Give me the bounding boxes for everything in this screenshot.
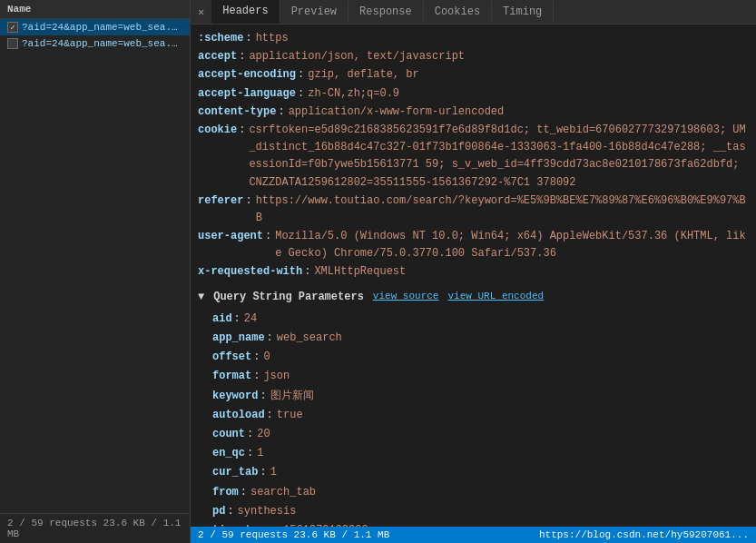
header-colon: : [304,263,310,281]
view-source-link[interactable]: view source [373,289,439,305]
header-value: Mozilla/5.0 (Windows NT 10.0; Win64; x64… [275,228,749,262]
header-line: x-requested-with:XMLHttpRequest [198,263,749,281]
tab-response[interactable]: Response [349,1,424,23]
param-line: format:json [198,367,749,386]
header-colon: : [239,122,245,192]
param-line: pd:synthesis [198,502,749,521]
param-value: 24 [244,311,257,328]
left-panel-footer: 2 / 59 requests 23.6 KB / 1.1 MB [0,513,190,543]
tab-close-button[interactable]: ✕ [191,2,211,23]
header-key: user-agent [198,228,263,262]
header-colon: : [245,193,251,227]
right-panel: ✕ HeadersPreviewResponseCookiesTiming :s… [191,0,756,543]
param-key: pd [212,503,225,520]
param-value: 1 [257,445,263,462]
param-value: 0 [263,349,270,366]
param-colon: : [234,311,241,328]
header-key: content-type [198,104,276,121]
header-key: cookie [198,122,237,192]
param-value: 20 [257,426,270,443]
left-panel: Name ?aid=24&app_name=web_sea...?aid=24&… [0,0,191,543]
request-item-label: ?aid=24&app_name=web_sea... [22,38,182,49]
param-colon: : [253,349,260,366]
param-value: 1 [270,464,277,481]
header-value: csrftoken=e5d89c2168385623591f7e6d89f8d1… [249,122,749,192]
tabs-bar: ✕ HeadersPreviewResponseCookiesTiming [191,0,756,25]
param-key: count [212,426,245,443]
header-key: accept [198,48,237,65]
param-value: search_tab [250,484,316,501]
param-key: offset [212,349,251,366]
request-item-label: ?aid=24&app_name=web_sea... [22,22,182,33]
param-colon: : [247,445,253,462]
tab-cookies[interactable]: Cookies [424,1,492,23]
param-key: aid [212,311,232,328]
header-key: :scheme [198,30,243,47]
query-string-section-header: ▼ Query String Parameters view source vi… [198,289,749,306]
tab-timing[interactable]: Timing [492,1,554,23]
param-key: app_name [212,330,265,347]
view-url-encoded-link[interactable]: view URL encoded [447,289,544,305]
request-checkbox[interactable] [7,22,18,33]
headers-content: :scheme:httpsaccept:application/json, te… [191,25,756,527]
param-line: en_qc:1 [198,444,749,463]
param-line: from:search_tab [198,483,749,502]
param-colon: : [267,407,273,424]
header-value: XMLHttpRequest [314,263,749,281]
param-line: cur_tab:1 [198,463,749,482]
status-left: 2 / 59 requests 23.6 KB / 1.1 MB [198,529,389,540]
left-panel-header: Name [0,0,190,19]
param-key: autoload [212,407,265,424]
param-colon: : [247,426,253,443]
param-value: web_search [277,330,342,347]
param-line: autoload:true [198,406,749,425]
param-value: true [277,407,303,424]
header-colon: : [298,66,304,84]
header-colon: : [278,104,284,121]
param-value: synthesis [238,503,297,520]
tab-headers[interactable]: Headers [211,0,280,24]
header-colon: : [298,85,304,103]
param-line: offset:0 [198,348,749,367]
header-value: zh-CN,zh;q=0.9 [308,85,749,103]
param-colon: : [227,503,233,520]
header-line: referer:https://www.toutiao.com/search/?… [198,193,749,227]
param-line: keyword:图片新闻 [198,387,749,406]
header-value: gzip, deflate, br [308,66,749,84]
request-list-item[interactable]: ?aid=24&app_name=web_sea... [0,19,190,35]
param-colon: : [241,484,247,501]
request-list-item[interactable]: ?aid=24&app_name=web_sea... [0,35,190,52]
query-params-list: aid:24app_name:web_searchoffset:0format:… [198,310,749,527]
request-list: ?aid=24&app_name=web_sea...?aid=24&app_n… [0,19,190,513]
header-line: accept-encoding:gzip, deflate, br [198,66,749,84]
status-bar: 2 / 59 requests 23.6 KB / 1.1 MB https:/… [191,527,756,543]
param-line: aid:24 [198,310,749,329]
param-line: app_name:web_search [198,329,749,348]
header-line: accept:application/json, text/javascript [198,48,749,65]
param-colon: : [260,464,266,481]
param-colon: : [253,368,260,385]
param-key: format [212,368,251,385]
header-key: x-requested-with [198,263,302,281]
param-colon: : [267,330,273,347]
header-colon: : [265,228,271,262]
query-section-title: Query String Parameters [213,289,364,306]
header-key: accept-encoding [198,66,296,84]
param-value: 图片新闻 [270,388,314,405]
header-line: accept-language:zh-CN,zh;q=0.9 [198,85,749,103]
param-key: en_qc [212,445,245,462]
header-value: application/json, text/javascript [249,48,749,65]
param-key: keyword [212,388,258,405]
header-line: content-type:application/x-www-form-urle… [198,104,749,121]
param-key: cur_tab [212,464,258,481]
param-colon: : [260,388,266,405]
header-colon: : [245,30,251,47]
param-value: json [263,368,290,385]
header-line: user-agent:Mozilla/5.0 (Windows NT 10.0;… [198,228,749,262]
header-key: accept-language [198,85,296,103]
request-checkbox[interactable] [7,38,18,49]
section-toggle[interactable]: ▼ [198,289,204,306]
header-value: https [256,30,749,47]
tab-preview[interactable]: Preview [280,1,349,23]
header-key: referer [198,193,243,227]
